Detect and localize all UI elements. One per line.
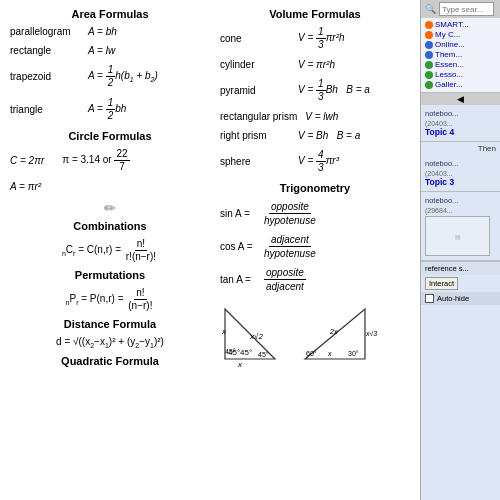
search-icon: 🔍 bbox=[425, 4, 436, 14]
sidebar-link-online[interactable]: Online... bbox=[425, 40, 496, 49]
online-icon bbox=[425, 41, 433, 49]
thumbnail-content: ▤ bbox=[455, 233, 461, 240]
area-formulas-title: Area Formulas bbox=[10, 8, 210, 20]
autohide-checkbox[interactable] bbox=[425, 294, 434, 303]
pencil-icon: ✏ bbox=[104, 200, 116, 216]
sidebar-link-galler[interactable]: Galler... bbox=[425, 80, 496, 89]
cylinder-label: cylinder bbox=[220, 59, 290, 70]
sidebar-section-topic4: noteboo... (20403... Topic 4 bbox=[421, 105, 500, 142]
lesso-icon bbox=[425, 71, 433, 79]
sidebar-link-smart[interactable]: SMART... bbox=[425, 20, 496, 29]
sin-row: sin A = opposite hypotenuse bbox=[220, 200, 410, 227]
leg-x2: x bbox=[237, 360, 243, 369]
quadratic-title: Quadratic Formula bbox=[10, 355, 210, 367]
sphere-formula: V = 4 3 πr³ bbox=[298, 149, 339, 174]
topic4-label[interactable]: Topic 4 bbox=[425, 127, 496, 137]
smart-icon bbox=[425, 21, 433, 29]
cos-den: hypotenuse bbox=[264, 247, 316, 260]
right-column: Volume Formulas cone V = 1 3 πr²h cylind… bbox=[220, 8, 410, 373]
trapezoid-fraction: 1 2 bbox=[106, 64, 116, 89]
svg-text:45°: 45° bbox=[225, 348, 236, 355]
notebook-label-2: noteboo... bbox=[425, 159, 496, 168]
autohide-row: Auto-hide bbox=[421, 292, 500, 305]
permutations-title: Permutations bbox=[10, 269, 210, 281]
leg-2x-b: x bbox=[327, 350, 332, 357]
cylinder-row: cylinder V = πr²h bbox=[220, 59, 410, 70]
tan-den: adjacent bbox=[266, 280, 304, 293]
essen-icon bbox=[425, 61, 433, 69]
hyp-2x: 2x bbox=[329, 328, 338, 335]
triangle-45-svg: 45° 45° x√2 x x 45° 45° bbox=[220, 299, 290, 369]
triangle-row: triangle A = 1 2 bh bbox=[10, 97, 210, 122]
circle-formulas-title: Circle Formulas bbox=[10, 130, 210, 142]
cos-num: adjacent bbox=[269, 233, 311, 247]
sidebar-section-thumbnail: noteboo... (29684... ▤ bbox=[421, 192, 500, 261]
then-label: Then bbox=[421, 142, 500, 155]
rect-prism-label: rectangular prism bbox=[220, 111, 297, 122]
sphere-label: sphere bbox=[220, 156, 290, 167]
sidebar-search-bar: 🔍 bbox=[421, 0, 500, 18]
volume-formulas-title: Volume Formulas bbox=[220, 8, 410, 20]
sidebar-link-lesso[interactable]: Lesso... bbox=[425, 70, 496, 79]
right-prism-formula: V = Bh B = a bbox=[298, 130, 360, 141]
thumbnail: ▤ bbox=[425, 216, 490, 256]
distance-formula: d = √((x2−x1)² + (y2−y1)²) bbox=[10, 336, 210, 349]
sin-label: sin A = bbox=[220, 208, 260, 219]
search-input[interactable] bbox=[439, 2, 494, 16]
trig-title: Trigonometry bbox=[220, 182, 410, 194]
rectangle-label: rectangle bbox=[10, 45, 80, 56]
sin-fraction: opposite hypotenuse bbox=[264, 200, 316, 227]
circumference-row: C = 2πr π = 3.14 or 22 7 bbox=[10, 148, 210, 173]
sidebar: 🔍 SMART... My C... Online... Them... Ess… bbox=[420, 0, 500, 500]
interact-button[interactable]: Interact bbox=[425, 277, 458, 290]
notebook-label-1: noteboo... bbox=[425, 109, 496, 118]
sin-den: hypotenuse bbox=[264, 214, 316, 227]
sin-num: opposite bbox=[269, 200, 311, 214]
tan-num: opposite bbox=[264, 266, 306, 280]
circumference-formula: C = 2πr bbox=[10, 155, 44, 166]
pi-approx: π = 3.14 or 22 7 bbox=[62, 148, 129, 173]
pencil-area: ✏ bbox=[10, 200, 210, 216]
date-label-3: (29684... bbox=[425, 207, 496, 214]
sidebar-link-them[interactable]: Them... bbox=[425, 50, 496, 59]
tan-fraction: opposite adjacent bbox=[264, 266, 306, 293]
rectangle-formula: A = lw bbox=[88, 45, 115, 56]
combinations-formula: nCr = C(n,r) = n! r!(n−r)! bbox=[10, 238, 210, 263]
left-column: Area Formulas parallelogram A = bh recta… bbox=[10, 8, 210, 373]
pyramid-fraction: 1 3 bbox=[316, 78, 326, 103]
interact-area: Interact bbox=[421, 275, 500, 292]
sidebar-link-myc[interactable]: My C... bbox=[425, 30, 496, 39]
triangle-30-svg: 60° 30° x√3 x 2x bbox=[300, 299, 380, 369]
notebook-label-3: noteboo... bbox=[425, 196, 496, 205]
galler-label: Galler... bbox=[435, 80, 463, 89]
topic3-label[interactable]: Topic 3 bbox=[425, 177, 496, 187]
angle-60: 60° bbox=[306, 350, 317, 357]
angle-45-1: 45° bbox=[240, 348, 252, 357]
online-label: Online... bbox=[435, 40, 465, 49]
leg-x3: x√3 bbox=[365, 330, 377, 337]
pyramid-formula: V = 1 3 Bh B = a bbox=[298, 78, 370, 103]
essen-label: Essen... bbox=[435, 60, 464, 69]
leg-x: x bbox=[221, 327, 227, 336]
sidebar-links: SMART... My C... Online... Them... Essen… bbox=[421, 18, 500, 93]
trapezoid-row: trapezoid A = 1 2 h(b1 + b2) bbox=[10, 64, 210, 89]
parallelogram-label: parallelogram bbox=[10, 26, 80, 37]
distance-title: Distance Formula bbox=[10, 318, 210, 330]
perm-fraction: n! (n−r)! bbox=[126, 287, 154, 312]
cone-label: cone bbox=[220, 33, 290, 44]
trapezoid-label: trapezoid bbox=[10, 71, 80, 82]
angle-30: 30° bbox=[348, 350, 359, 357]
collapse-arrow[interactable]: ◀ bbox=[421, 93, 500, 105]
cone-formula: V = 1 3 πr²h bbox=[298, 26, 345, 51]
myc-icon bbox=[425, 31, 433, 39]
them-icon bbox=[425, 51, 433, 59]
trapezoid-formula: A = 1 2 h(b1 + b2) bbox=[88, 64, 158, 89]
cone-fraction: 1 3 bbox=[316, 26, 326, 51]
lesso-label: Lesso... bbox=[435, 70, 463, 79]
parallelogram-formula: A = bh bbox=[88, 26, 117, 37]
sidebar-link-essen[interactable]: Essen... bbox=[425, 60, 496, 69]
rect-prism-row: rectangular prism V = lwh bbox=[220, 111, 410, 122]
cos-fraction: adjacent hypotenuse bbox=[264, 233, 316, 260]
sidebar-section-topic3: noteboo... (20403... Topic 3 bbox=[421, 155, 500, 192]
tan-row: tan A = opposite adjacent bbox=[220, 266, 410, 293]
